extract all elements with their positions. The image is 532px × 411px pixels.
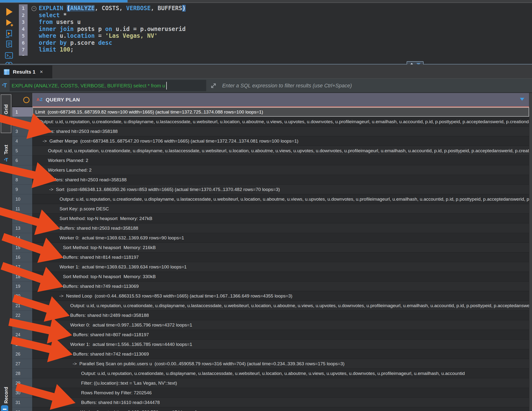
plan-row-23[interactable]: 23Worker 0: actual time=0.997..1365.796 … <box>12 320 529 330</box>
plan-row-1[interactable]: 1Limit (cost=687348.15..687359.82 rows=1… <box>12 107 529 117</box>
plan-cell[interactable]: -> Nested Loop (cost=0.44..686315.53 row… <box>32 291 529 301</box>
plan-cell[interactable]: -> Parallel Seq Scan on public.users u (… <box>32 359 529 369</box>
plan-cell[interactable]: Sort Method: top-N heapsort Memory: 216k… <box>32 243 529 252</box>
sql-editor[interactable]: 12345678 −EXPLAIN (ANALYZE, COSTS, VERBO… <box>0 3 532 63</box>
plan-row-12[interactable]: 12Sort Method: top-N heapsort Memory: 24… <box>12 214 529 223</box>
tab-grid[interactable]: Grid <box>1 94 11 133</box>
row-number[interactable]: 23 <box>12 320 32 330</box>
plan-row-3[interactable]: 3Buffers: shared hit=2503 read=358188 <box>12 127 529 136</box>
plan-cell[interactable]: Limit (cost=687348.15..687359.82 rows=10… <box>32 107 529 117</box>
execute-new-tab-icon[interactable] <box>4 18 14 28</box>
code-line-3[interactable]: from users u <box>39 19 186 26</box>
plan-cell[interactable]: Buffers: shared hit=2489 read=358188 <box>32 311 529 320</box>
row-number[interactable]: 31 <box>12 398 32 407</box>
code-line-5[interactable]: where u.location = 'Las Vegas, NV' <box>39 32 186 39</box>
sql-code[interactable]: −EXPLAIN (ANALYZE, COSTS, VERBOSE, BUFFE… <box>39 5 186 53</box>
plan-row-25[interactable]: 25Worker 1: actual time=1.556..1365.785 … <box>12 340 529 349</box>
plan-cell[interactable]: Worker 0: actual time=1369.632..1369.639… <box>32 233 529 243</box>
plan-cell[interactable]: Sort Method: top-N heapsort Memory: 247k… <box>32 214 529 223</box>
column-dropdown-icon[interactable] <box>520 98 524 101</box>
plan-cell[interactable]: Buffers: shared hit=807 read=118197 <box>32 330 529 340</box>
plan-row-18[interactable]: 18Sort Method: top-N heapsort Memory: 33… <box>12 272 529 281</box>
plan-row-7[interactable]: 7Workers Launched: 2 <box>12 165 529 175</box>
line-number[interactable]: 8 <box>19 53 28 56</box>
plan-cell[interactable]: Output: u.id, u.reputation, u.creationda… <box>32 194 529 204</box>
plan-row-2[interactable]: 2Output: u.id, u.reputation, u.creationd… <box>12 117 529 127</box>
plan-cell[interactable]: Worker 0: actual time=0.997..1365.796 ro… <box>32 320 529 330</box>
filter-expression[interactable]: EXPLAIN (ANALYZE, COSTS, VERBOSE, BUFFER… <box>12 83 165 89</box>
row-number[interactable]: 20 <box>12 291 32 301</box>
row-number[interactable]: 5 <box>12 146 32 156</box>
plan-row-11[interactable]: 11Sort Key: p.score DESC <box>12 204 529 214</box>
row-number[interactable]: 19 <box>12 281 32 291</box>
grid-corner-cell[interactable] <box>12 93 32 106</box>
plan-cell[interactable]: Worker 0: actual time=0.169..336.550 row… <box>32 407 529 411</box>
row-number[interactable]: 3 <box>12 127 32 136</box>
plan-cell[interactable]: Buffers: shared hit=2503 read=358188 <box>32 127 529 136</box>
row-number[interactable]: 13 <box>12 223 32 233</box>
row-number[interactable]: 15 <box>12 243 32 252</box>
plan-row-17[interactable]: 17Worker 1: actual time=1369.623..1369.6… <box>12 262 529 272</box>
plan-row-29[interactable]: 29Filter: ((u.location)::text = 'Las Veg… <box>12 378 529 388</box>
plan-cell[interactable]: Buffers: shared hit=1610 read=344478 <box>32 398 529 407</box>
plan-row-20[interactable]: 20-> Nested Loop (cost=0.44..686315.53 r… <box>12 291 529 301</box>
plan-cell[interactable]: Rows Removed by Filter: 7202546 <box>32 388 529 398</box>
execute-statement-icon[interactable] <box>4 7 14 17</box>
editor-line-numbers[interactable]: 12345678 <box>19 5 28 56</box>
fold-collapse-icon[interactable]: − <box>31 6 37 11</box>
plan-cell[interactable]: Workers Launched: 2 <box>32 165 529 175</box>
row-number[interactable]: 32 <box>12 407 32 411</box>
row-number[interactable]: 8 <box>12 175 32 185</box>
plan-cell[interactable]: Buffers: shared hit=749 read=113069 <box>32 281 529 291</box>
record-mode-icon[interactable]: ▬ <box>1 405 8 411</box>
line-number[interactable]: 4 <box>19 26 28 33</box>
row-number[interactable]: 26 <box>12 349 32 359</box>
plan-cell[interactable]: Sort Key: p.score DESC <box>32 204 529 214</box>
row-number[interactable]: 1 <box>12 107 32 117</box>
plan-cell[interactable]: Output: u.id, u.reputation, u.creationda… <box>32 369 529 378</box>
row-number[interactable]: 9 <box>12 185 32 194</box>
plan-row-15[interactable]: 15Sort Method: top-N heapsort Memory: 21… <box>12 243 529 252</box>
vertical-scrollbar[interactable] <box>529 93 532 411</box>
row-number[interactable]: 28 <box>12 369 32 378</box>
plan-cell[interactable]: Sort Method: top-N heapsort Memory: 330k… <box>32 272 529 281</box>
row-number[interactable]: 6 <box>12 156 32 165</box>
plan-cell[interactable]: -> Sort (cost=686348.13..686350.26 rows=… <box>32 185 529 194</box>
line-number[interactable]: 7 <box>19 46 28 53</box>
row-number[interactable]: 17 <box>12 262 32 272</box>
line-number[interactable]: 5 <box>19 32 28 39</box>
active-editor-tab-indicator[interactable] <box>0 0 128 2</box>
code-line-6[interactable]: order by p.score desc <box>39 39 186 47</box>
row-number[interactable]: 18 <box>12 272 32 281</box>
plan-row-28[interactable]: 28Output: u.id, u.reputation, u.creation… <box>12 369 529 378</box>
row-number[interactable]: 21 <box>12 301 32 311</box>
row-number[interactable]: 27 <box>12 359 32 369</box>
plan-row-5[interactable]: 5Output: u.id, u.reputation, u.creationd… <box>12 146 529 156</box>
execute-script-icon[interactable] <box>4 29 14 39</box>
plan-row-24[interactable]: 24Buffers: shared hit=807 read=118197 <box>12 330 529 340</box>
code-line-7[interactable]: limit 100; <box>39 46 186 53</box>
line-number[interactable]: 3 <box>19 19 28 26</box>
line-number[interactable]: 1 <box>19 5 28 12</box>
tab-results-1[interactable]: Results 1 × <box>0 65 52 78</box>
plan-row-26[interactable]: 26Buffers: shared hit=742 read=113069 <box>12 349 529 359</box>
code-line-1[interactable]: −EXPLAIN (ANALYZE, COSTS, VERBOSE, BUFFE… <box>39 5 186 12</box>
plan-cell[interactable]: Worker 1: actual time=1.556..1365.785 ro… <box>32 340 529 349</box>
explain-plan-icon[interactable] <box>4 40 14 50</box>
plan-row-14[interactable]: 14Worker 0: actual time=1369.632..1369.6… <box>12 233 529 243</box>
row-number[interactable]: 12 <box>12 214 32 223</box>
plan-row-22[interactable]: 22Buffers: shared hit=2489 read=358188 <box>12 311 529 320</box>
close-tab-icon[interactable]: × <box>40 69 43 75</box>
plan-row-19[interactable]: 19Buffers: shared hit=749 read=113069 <box>12 281 529 291</box>
plan-cell[interactable]: Worker 1: actual time=1369.623..1369.634… <box>32 262 529 272</box>
plan-row-32[interactable]: 32Worker 0: actual time=0.169..336.550 r… <box>12 407 529 411</box>
plan-cell[interactable]: Filter: ((u.location)::text = 'Las Vegas… <box>32 378 529 388</box>
row-number[interactable]: 22 <box>12 311 32 320</box>
plan-row-10[interactable]: 10Output: u.id, u.reputation, u.creation… <box>12 194 529 204</box>
tab-text[interactable]: Text ‹›T <box>1 135 11 172</box>
plan-row-21[interactable]: 21Output: u.id, u.reputation, u.creation… <box>12 301 529 311</box>
row-number[interactable]: 11 <box>12 204 32 214</box>
plan-row-4[interactable]: 4-> Gather Merge (cost=687348.15..687547… <box>12 136 529 146</box>
expand-filter-icon[interactable] <box>209 82 217 91</box>
plan-row-9[interactable]: 9-> Sort (cost=686348.13..686350.26 rows… <box>12 185 529 194</box>
